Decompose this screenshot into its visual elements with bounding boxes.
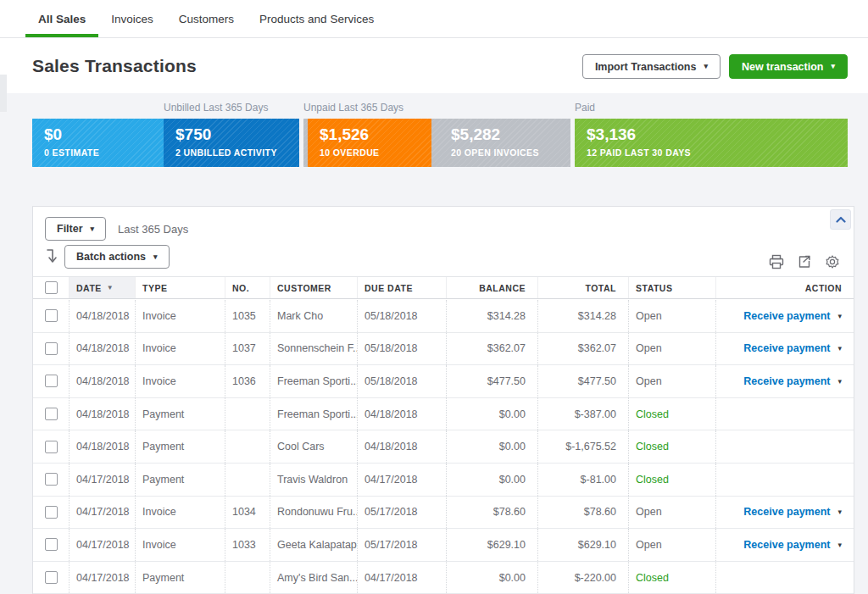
caret-down-icon[interactable]: ▾: [837, 508, 842, 516]
column-header-date[interactable]: DATE ▼: [69, 277, 135, 298]
unbilled-amount: $750: [175, 125, 299, 144]
caret-down-icon[interactable]: ▾: [837, 344, 842, 353]
paid-amount: $3,136: [587, 125, 848, 144]
open-invoices-tile[interactable]: $5,282 20 OPEN INVOICES: [439, 119, 566, 167]
column-header-due-date[interactable]: DUE DATE: [357, 277, 446, 298]
table-row[interactable]: 04/18/2018 Payment Freeman Sporti... 04/…: [33, 398, 854, 431]
cell-due-date: 05/18/2018: [357, 333, 446, 365]
open-invoices-amount: $5,282: [451, 125, 566, 144]
overdue-tile[interactable]: $1,526 10 OVERDUE: [308, 119, 431, 167]
cell-date: 04/17/2018: [69, 497, 135, 529]
filter-label: Filter: [57, 223, 83, 235]
cell-total: $-220.00: [537, 562, 628, 594]
cell-type: Invoice: [135, 333, 225, 365]
receive-payment-link[interactable]: Receive payment: [743, 310, 830, 322]
column-header-type[interactable]: TYPE: [135, 277, 225, 298]
table-row[interactable]: 04/17/2018 Invoice 1034 Rondonuwu Fru...…: [33, 497, 854, 530]
paid-caption: 12 PAID LAST 30 DAYS: [587, 147, 848, 158]
row-checkbox[interactable]: [45, 441, 58, 453]
collapse-panel-button[interactable]: [830, 209, 851, 230]
row-checkbox[interactable]: [45, 571, 58, 584]
cell-no: [225, 398, 270, 430]
new-transaction-button[interactable]: New transaction ▾: [729, 54, 848, 79]
cell-type: Invoice: [135, 300, 225, 332]
select-all-checkbox[interactable]: [45, 281, 58, 294]
column-header-customer[interactable]: CUSTOMER: [270, 277, 357, 298]
row-checkbox[interactable]: [45, 342, 58, 355]
cell-date: 04/18/2018: [69, 333, 135, 365]
paid-tile[interactable]: $3,136 12 PAID LAST 30 DAYS: [575, 119, 848, 167]
status-badge: Closed: [628, 430, 715, 463]
table-header-row: DATE ▼ TYPE NO. CUSTOMER DUE DATE BALANC…: [33, 276, 854, 299]
cell-balance: $0.00: [446, 430, 537, 463]
cell-date: 04/17/2018: [69, 464, 135, 496]
left-edge-drawer-handle[interactable]: [0, 75, 7, 112]
status-badge: Open: [628, 300, 715, 332]
caret-down-icon[interactable]: ▾: [837, 312, 842, 320]
tab-products-and-services[interactable]: Products and Services: [247, 0, 387, 37]
status-badge: Open: [628, 497, 715, 529]
cell-total: $-81.00: [537, 464, 628, 496]
row-checkbox[interactable]: [45, 506, 58, 519]
tab-invoices[interactable]: Invoices: [98, 0, 166, 37]
row-checkbox[interactable]: [45, 408, 58, 420]
unbilled-activity-tile[interactable]: $750 2 UNBILLED ACTIVITY: [164, 119, 299, 167]
cell-date: 04/18/2018: [69, 430, 135, 463]
cell-balance: $629.10: [446, 529, 537, 561]
column-header-balance[interactable]: BALANCE: [446, 277, 537, 298]
caret-down-icon: ▾: [91, 225, 95, 233]
row-checkbox[interactable]: [45, 473, 58, 486]
receive-payment-link[interactable]: Receive payment: [743, 342, 830, 354]
table-row[interactable]: 04/17/2018 Invoice 1033 Geeta Kalapatapu…: [33, 529, 854, 562]
caret-down-icon[interactable]: ▾: [837, 541, 842, 549]
cell-customer: Geeta Kalapatapu: [270, 529, 357, 561]
table-row[interactable]: 04/18/2018 Payment Cool Cars 04/18/2018 …: [33, 430, 854, 464]
batch-actions-button[interactable]: Batch actions ▾: [64, 245, 170, 269]
receive-payment-link[interactable]: Receive payment: [743, 375, 830, 387]
unpaid-group: $1,526 10 OVERDUE $5,282 20 OPEN INVOICE…: [303, 119, 570, 167]
filter-button[interactable]: Filter ▾: [45, 217, 106, 241]
cell-no: [225, 562, 270, 594]
row-checkbox-cell: [33, 464, 69, 496]
printer-icon[interactable]: [769, 254, 784, 269]
row-checkbox-cell: [33, 300, 69, 332]
table-row[interactable]: 04/18/2018 Invoice 1035 Mark Cho 05/18/2…: [33, 300, 854, 333]
receive-payment-link[interactable]: Receive payment: [743, 506, 830, 518]
transactions-panel: Filter ▾ Last 365 Days Batch actions ▾: [32, 206, 854, 594]
cell-type: Payment: [135, 398, 225, 430]
column-header-no[interactable]: NO.: [225, 277, 270, 298]
caret-down-icon[interactable]: ▾: [837, 377, 842, 386]
row-checkbox[interactable]: [45, 538, 58, 551]
row-checkbox[interactable]: [45, 375, 58, 387]
cell-total: $362.07: [537, 333, 628, 365]
gear-icon[interactable]: [825, 254, 840, 269]
table-row[interactable]: 04/18/2018 Invoice 1037 Sonnenschein F..…: [33, 333, 854, 366]
select-all-checkbox-cell: [33, 277, 69, 298]
column-header-action[interactable]: ACTION: [715, 277, 854, 298]
table-row[interactable]: 04/18/2018 Invoice 1036 Freeman Sporti..…: [33, 365, 854, 398]
tab-customers[interactable]: Customers: [166, 0, 247, 37]
unbilled-group-label: Unbilled Last 365 Days: [164, 102, 268, 114]
estimate-tile[interactable]: $0 0 ESTIMATE: [32, 119, 164, 167]
table-row[interactable]: 04/17/2018 Payment Amy's Bird San... 04/…: [33, 562, 854, 594]
caret-down-icon: ▾: [704, 63, 708, 70]
column-header-status[interactable]: STATUS: [628, 277, 715, 298]
estimate-amount: $0: [44, 125, 164, 144]
overdue-amount: $1,526: [320, 125, 431, 144]
table-body: 04/18/2018 Invoice 1035 Mark Cho 05/18/2…: [33, 300, 854, 594]
column-header-total[interactable]: TOTAL: [537, 277, 628, 298]
receive-payment-link[interactable]: Receive payment: [743, 539, 830, 551]
cell-balance: $362.07: [446, 333, 537, 365]
export-icon[interactable]: [797, 254, 812, 269]
cell-total: $78.60: [537, 497, 628, 529]
cell-due-date: 04/17/2018: [357, 464, 446, 496]
import-transactions-button[interactable]: Import Transactions ▾: [582, 54, 721, 79]
tab-all-sales[interactable]: All Sales: [25, 0, 98, 37]
unbilled-caption: 2 UNBILLED ACTIVITY: [175, 147, 299, 158]
cell-balance: $78.60: [446, 497, 537, 529]
row-checkbox[interactable]: [45, 309, 58, 322]
paid-group-label: Paid: [575, 102, 595, 114]
page-header: All Sales Invoices Customers Products an…: [0, 0, 868, 93]
cell-due-date: 04/18/2018: [357, 430, 446, 463]
table-row[interactable]: 04/17/2018 Payment Travis Waldron 04/17/…: [33, 464, 854, 497]
